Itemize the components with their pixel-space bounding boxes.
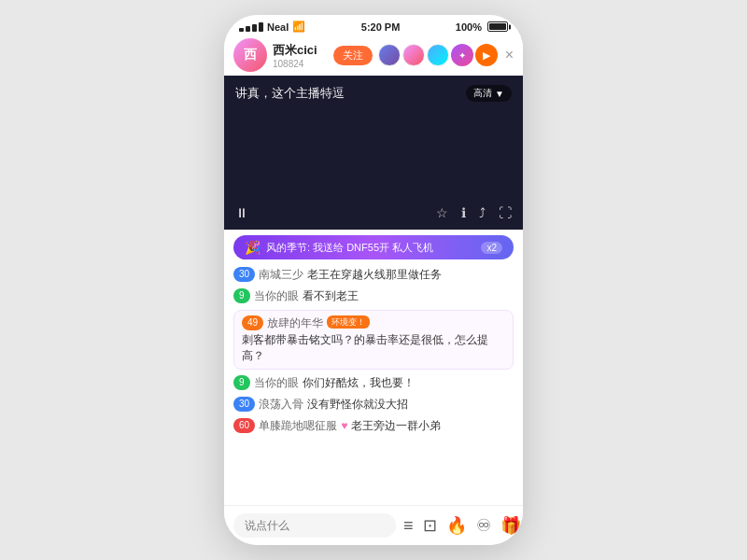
chat-input[interactable] [233, 513, 396, 538]
star-icon[interactable]: ☆ [436, 205, 448, 220]
bottom-icons: ≡ ⊡ 🔥 ♾ 🎁 [403, 515, 521, 536]
streamer-name: 西米cici [273, 42, 328, 59]
username: 当你的眼 [254, 375, 299, 391]
username: 南城三少 [259, 267, 303, 283]
gift-banner-icon: 🎉 [245, 240, 261, 255]
list-item: 49 放肆的年华 环境变！ 刺客都带暴击铭文吗？的暴击率还是很低，怎么提高？ [233, 310, 514, 371]
gift-icon[interactable]: 🎁 [500, 515, 521, 536]
viewer-avatars: ✦ ▶ [378, 44, 498, 66]
viewer-avatar-3 [427, 44, 449, 66]
viewer-avatar-1 [378, 44, 401, 66]
close-button[interactable]: × [505, 47, 514, 63]
badge-orange-icon: ▶ [475, 44, 498, 66]
badge-purple-icon: ✦ [451, 44, 473, 66]
pause-icon[interactable]: ⏸ [235, 205, 248, 220]
gift-banner-text: 风的季节: 我送给 DNF55开 私人飞机 [266, 241, 475, 255]
video-player: 讲真，这个主播特逗 高清 ▼ ⏸ ☆ ℹ ⤴ ⛶ [224, 76, 523, 230]
message-content: 看不到老王 [303, 288, 359, 304]
message-icon[interactable]: ⊡ [423, 515, 437, 536]
username: 单膝跪地嗯征服 [259, 418, 337, 434]
chat-area: 🎉 风的季节: 我送给 DNF55开 私人飞机 x2 30 南城三少 老王在穿越… [224, 230, 523, 505]
fullscreen-icon[interactable]: ⛶ [499, 205, 512, 220]
user-level-badge: 30 [233, 267, 255, 282]
gift-count: x2 [481, 242, 502, 254]
streamer-id: 108824 [273, 59, 328, 69]
username: 当你的眼 [254, 288, 299, 304]
list-item: 9 当你的眼 你们好酷炫，我也要！ [233, 375, 514, 391]
video-controls: ⏸ ☆ ℹ ⤴ ⛶ [235, 205, 512, 220]
message-content: 老王在穿越火线那里做任务 [307, 267, 442, 283]
follow-button[interactable]: 关注 [333, 46, 373, 65]
video-title: 讲真，这个主播特逗 [235, 85, 345, 102]
user-level-badge: 60 [233, 418, 255, 433]
message-content: 你们好酷炫，我也要！ [303, 375, 415, 391]
viewer-avatar-2 [402, 44, 425, 66]
list-item: 60 单膝跪地嗯征服 ♥ 老王旁边一群小弟 [233, 418, 514, 434]
user-level-badge: 30 [233, 397, 255, 412]
user-level-badge: 49 [242, 315, 263, 330]
quality-badge[interactable]: 高清 ▼ [466, 85, 512, 102]
carrier-label: Neal [267, 21, 289, 33]
phone-frame: Neal 📶 5:20 PM 100% 西 西米cici 108824 关注 ✦… [224, 15, 523, 545]
wifi-icon: 📶 [292, 21, 305, 33]
emoji-icon[interactable]: ♾ [476, 515, 491, 536]
message-content: 刺客都带暴击铭文吗？的暴击率还是很低，怎么提高？ [242, 332, 505, 364]
streamer-info: 西米cici 108824 [273, 42, 328, 69]
time-label: 5:20 PM [361, 21, 401, 33]
username: 浪荡入骨 [259, 397, 303, 413]
heart-icon: ♥ [341, 418, 347, 434]
info-icon[interactable]: ℹ [461, 205, 466, 220]
message-list: 30 南城三少 老王在穿越火线那里做任务 9 当你的眼 看不到老王 49 放肆的… [224, 263, 523, 505]
special-tag: 环境变！ [327, 315, 370, 329]
share-icon[interactable]: ⤴ [479, 205, 486, 220]
streamer-avatar: 西 [233, 38, 267, 72]
message-content: 没有野怪你就没大招 [307, 397, 408, 413]
username: 放肆的年华 [267, 315, 323, 331]
list-item: 30 浪荡入骨 没有野怪你就没大招 [233, 397, 514, 413]
list-item: 9 当你的眼 看不到老王 [233, 288, 514, 304]
status-left: Neal 📶 [239, 21, 305, 33]
bottom-bar: ≡ ⊡ 🔥 ♾ 🎁 [224, 505, 523, 545]
battery-icon [487, 21, 508, 32]
user-level-badge: 9 [233, 288, 250, 303]
list-item: 30 南城三少 老王在穿越火线那里做任务 [233, 267, 514, 283]
battery-label: 100% [456, 21, 482, 33]
user-level-badge: 9 [233, 375, 250, 390]
status-right: 100% [456, 21, 508, 33]
message-content: 老王旁边一群小弟 [351, 418, 441, 434]
status-bar: Neal 📶 5:20 PM 100% [224, 15, 523, 35]
streamer-header: 西 西米cici 108824 关注 ✦ ▶ × [224, 35, 523, 76]
gift-banner: 🎉 风的季节: 我送给 DNF55开 私人飞机 x2 [233, 235, 514, 259]
signal-icon [239, 22, 263, 32]
fire-icon[interactable]: 🔥 [446, 515, 467, 536]
menu-icon[interactable]: ≡ [403, 516, 414, 536]
